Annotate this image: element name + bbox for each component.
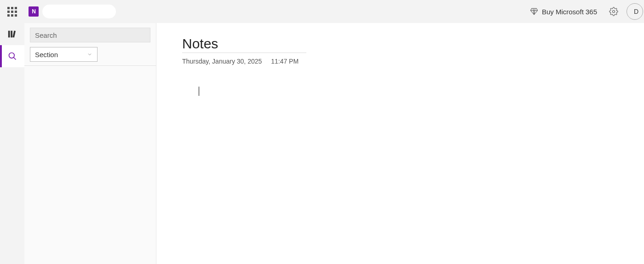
- search-scope-dropdown[interactable]: Section: [30, 47, 98, 62]
- buy-microsoft-link[interactable]: Buy Microsoft 365: [530, 7, 597, 16]
- gear-icon: [609, 7, 618, 16]
- page-datetime: Thursday, January 30, 2025 11:47 PM: [182, 58, 644, 65]
- buy-microsoft-label: Buy Microsoft 365: [542, 8, 597, 16]
- svg-rect-1: [8, 31, 10, 38]
- left-rail: [0, 23, 24, 264]
- search-icon: [8, 52, 17, 61]
- svg-point-0: [613, 11, 615, 13]
- library-icon: [7, 29, 17, 39]
- search-scope-selected: Section: [35, 51, 58, 59]
- settings-button[interactable]: [606, 4, 621, 19]
- app-logo[interactable]: N: [29, 6, 39, 17]
- search-input[interactable]: [30, 28, 150, 42]
- text-caret: [199, 87, 199, 96]
- page-date: Thursday, January 30, 2025: [182, 58, 262, 65]
- page-content[interactable]: Notes Thursday, January 30, 2025 11:47 P…: [156, 23, 644, 264]
- chevron-down-icon: [87, 52, 92, 57]
- svg-rect-2: [11, 31, 12, 38]
- top-header: N Buy Microsoft 365 D: [0, 0, 644, 23]
- waffle-icon[interactable]: [6, 6, 17, 17]
- page-time: 11:47 PM: [271, 58, 299, 65]
- avatar[interactable]: D: [627, 3, 643, 20]
- svg-line-5: [13, 58, 16, 60]
- svg-point-4: [9, 53, 14, 59]
- app-name-area: [42, 5, 116, 18]
- search-tab[interactable]: [0, 45, 24, 67]
- search-panel: Section: [24, 23, 156, 264]
- svg-rect-3: [12, 30, 16, 37]
- library-tab[interactable]: [0, 23, 24, 45]
- diamond-icon: [530, 7, 538, 16]
- panel-divider: [24, 65, 156, 66]
- page-title[interactable]: Notes: [182, 36, 306, 53]
